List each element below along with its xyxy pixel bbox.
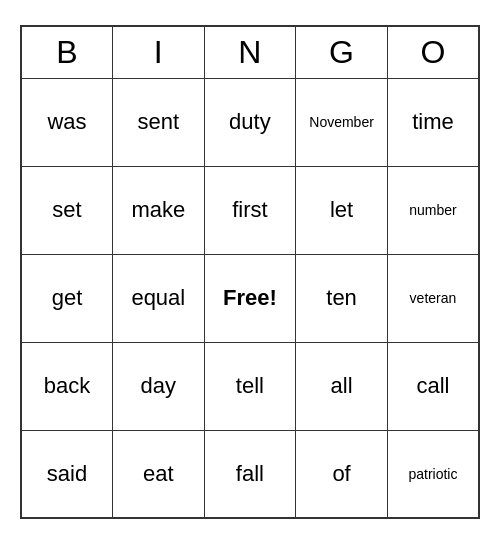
cell-label: sent	[138, 109, 180, 134]
bingo-cell-1-2: first	[204, 166, 296, 254]
cell-label: time	[412, 109, 454, 134]
cell-label: said	[47, 461, 87, 486]
bingo-cell-3-1: day	[113, 342, 205, 430]
cell-label: eat	[143, 461, 174, 486]
bingo-header-G: G	[296, 26, 388, 78]
bingo-cell-2-2: Free!	[204, 254, 296, 342]
cell-label: tell	[236, 373, 264, 398]
cell-label: let	[330, 197, 353, 222]
cell-label: fall	[236, 461, 264, 486]
bingo-cell-1-0: set	[21, 166, 113, 254]
bingo-cell-3-0: back	[21, 342, 113, 430]
cell-label: all	[331, 373, 353, 398]
cell-label: call	[416, 373, 449, 398]
cell-label: of	[332, 461, 350, 486]
cell-label: equal	[131, 285, 185, 310]
bingo-row-3: backdaytellallcall	[21, 342, 479, 430]
cell-label: make	[131, 197, 185, 222]
bingo-cell-3-3: all	[296, 342, 388, 430]
bingo-cell-1-4: number	[387, 166, 479, 254]
cell-label: Free!	[223, 285, 277, 310]
bingo-row-0: wassentdutyNovembertime	[21, 78, 479, 166]
cell-label: set	[52, 197, 81, 222]
bingo-cell-0-2: duty	[204, 78, 296, 166]
cell-label: November	[309, 114, 374, 130]
bingo-header-B: B	[21, 26, 113, 78]
bingo-card: BINGO wassentdutyNovembertimesetmakefirs…	[20, 25, 480, 519]
bingo-cell-2-4: veteran	[387, 254, 479, 342]
bingo-cell-0-0: was	[21, 78, 113, 166]
cell-label: patriotic	[408, 466, 457, 482]
bingo-cell-2-0: get	[21, 254, 113, 342]
cell-label: back	[44, 373, 90, 398]
cell-label: first	[232, 197, 267, 222]
bingo-row-2: getequalFree!tenveteran	[21, 254, 479, 342]
bingo-row-4: saideatfallofpatriotic	[21, 430, 479, 518]
bingo-cell-4-3: of	[296, 430, 388, 518]
bingo-cell-4-1: eat	[113, 430, 205, 518]
cell-label: duty	[229, 109, 271, 134]
bingo-cell-3-4: call	[387, 342, 479, 430]
bingo-header-I: I	[113, 26, 205, 78]
cell-label: day	[141, 373, 176, 398]
bingo-cell-4-4: patriotic	[387, 430, 479, 518]
bingo-cell-2-3: ten	[296, 254, 388, 342]
cell-label: ten	[326, 285, 357, 310]
bingo-header-O: O	[387, 26, 479, 78]
bingo-cell-0-4: time	[387, 78, 479, 166]
cell-label: number	[409, 202, 456, 218]
bingo-cell-4-2: fall	[204, 430, 296, 518]
cell-label: get	[52, 285, 83, 310]
bingo-cell-2-1: equal	[113, 254, 205, 342]
bingo-cell-1-3: let	[296, 166, 388, 254]
bingo-cell-3-2: tell	[204, 342, 296, 430]
bingo-cell-1-1: make	[113, 166, 205, 254]
bingo-cell-4-0: said	[21, 430, 113, 518]
bingo-cell-0-3: November	[296, 78, 388, 166]
cell-label: was	[47, 109, 86, 134]
bingo-header-N: N	[204, 26, 296, 78]
bingo-row-1: setmakefirstletnumber	[21, 166, 479, 254]
cell-label: veteran	[410, 290, 457, 306]
bingo-cell-0-1: sent	[113, 78, 205, 166]
